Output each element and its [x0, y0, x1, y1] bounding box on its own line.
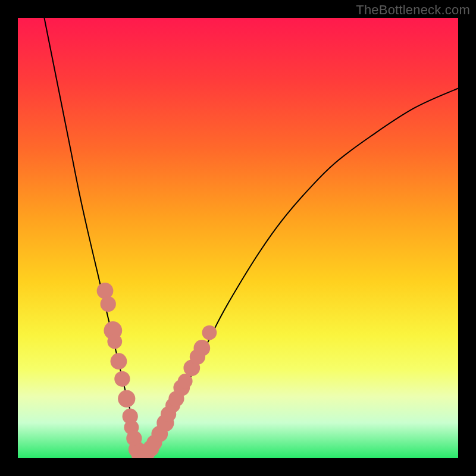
curve-marker	[202, 325, 217, 340]
curve-marker	[101, 296, 116, 312]
plot-area	[18, 18, 458, 458]
curve-markers	[97, 283, 217, 458]
curve-marker	[111, 353, 127, 369]
curve-marker	[107, 334, 122, 349]
watermark-text: TheBottleneck.com	[356, 2, 470, 18]
curve-marker	[193, 340, 210, 356]
bottleneck-curve	[44, 18, 458, 456]
chart-svg	[18, 18, 458, 458]
chart-frame: TheBottleneck.com	[0, 0, 476, 476]
curve-marker	[97, 283, 114, 299]
curve-marker	[114, 371, 130, 387]
curve-marker	[118, 390, 135, 407]
